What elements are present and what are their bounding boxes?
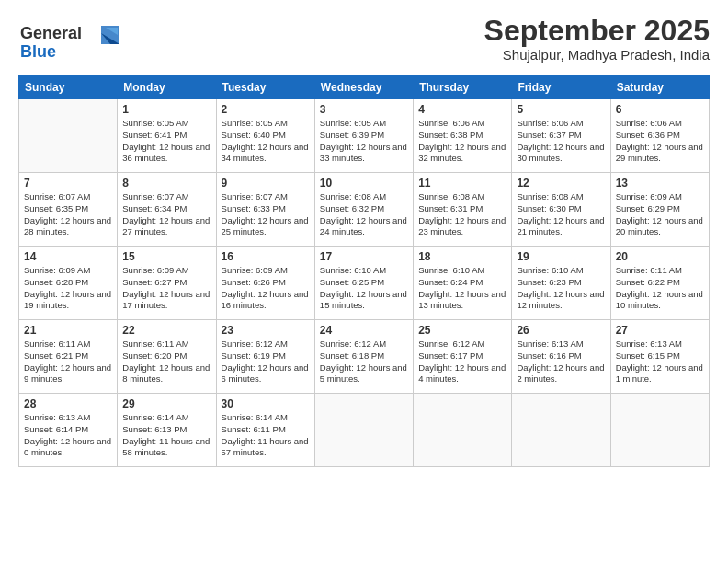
day-info: Sunrise: 6:05 AM Sunset: 6:41 PM Dayligh…	[122, 118, 210, 165]
header-sunday: Sunday	[19, 76, 118, 99]
title-block: September 2025 Shujalpur, Madhya Pradesh…	[484, 15, 710, 63]
table-row: 3Sunrise: 6:05 AM Sunset: 6:39 PM Daylig…	[314, 99, 413, 173]
day-number: 20	[616, 250, 704, 263]
header-thursday: Thursday	[414, 76, 512, 99]
day-number: 6	[616, 103, 704, 116]
table-row: 19Sunrise: 6:10 AM Sunset: 6:23 PM Dayli…	[512, 247, 610, 320]
table-row: 11Sunrise: 6:08 AM Sunset: 6:31 PM Dayli…	[414, 173, 512, 247]
day-info: Sunrise: 6:07 AM Sunset: 6:33 PM Dayligh…	[222, 191, 310, 238]
table-row: 23Sunrise: 6:12 AM Sunset: 6:19 PM Dayli…	[216, 320, 314, 394]
day-info: Sunrise: 6:09 AM Sunset: 6:26 PM Dayligh…	[222, 265, 310, 312]
table-row: 22Sunrise: 6:11 AM Sunset: 6:20 PM Dayli…	[118, 320, 216, 394]
day-number: 7	[24, 177, 112, 190]
table-row: 24Sunrise: 6:12 AM Sunset: 6:18 PM Dayli…	[314, 320, 413, 394]
calendar-week-4: 21Sunrise: 6:11 AM Sunset: 6:21 PM Dayli…	[19, 320, 710, 394]
table-row: 2Sunrise: 6:05 AM Sunset: 6:40 PM Daylig…	[216, 99, 314, 173]
header-wednesday: Wednesday	[314, 76, 413, 99]
header-friday: Friday	[512, 76, 610, 99]
day-info: Sunrise: 6:08 AM Sunset: 6:30 PM Dayligh…	[517, 191, 605, 238]
day-info: Sunrise: 6:09 AM Sunset: 6:29 PM Dayligh…	[616, 191, 704, 238]
day-number: 19	[517, 250, 605, 263]
table-row: 6Sunrise: 6:06 AM Sunset: 6:36 PM Daylig…	[610, 99, 709, 173]
day-info: Sunrise: 6:08 AM Sunset: 6:32 PM Dayligh…	[320, 191, 408, 238]
header: General Blue September 2025 Shujalpur, M…	[18, 15, 710, 66]
calendar-week-1: 1Sunrise: 6:05 AM Sunset: 6:41 PM Daylig…	[19, 99, 710, 173]
table-row: 15Sunrise: 6:09 AM Sunset: 6:27 PM Dayli…	[118, 247, 216, 320]
day-number: 16	[222, 250, 310, 263]
day-info: Sunrise: 6:13 AM Sunset: 6:15 PM Dayligh…	[616, 339, 704, 385]
table-row: 8Sunrise: 6:07 AM Sunset: 6:34 PM Daylig…	[118, 173, 216, 247]
table-row: 12Sunrise: 6:08 AM Sunset: 6:30 PM Dayli…	[512, 173, 610, 247]
table-row: 27Sunrise: 6:13 AM Sunset: 6:15 PM Dayli…	[610, 320, 709, 394]
day-number: 10	[320, 177, 408, 190]
day-number: 25	[418, 324, 506, 337]
day-info: Sunrise: 6:06 AM Sunset: 6:37 PM Dayligh…	[517, 118, 605, 165]
table-row: 14Sunrise: 6:09 AM Sunset: 6:28 PM Dayli…	[19, 247, 118, 320]
page: General Blue September 2025 Shujalpur, M…	[0, 0, 728, 563]
day-number: 18	[418, 250, 506, 263]
day-info: Sunrise: 6:07 AM Sunset: 6:34 PM Dayligh…	[122, 191, 210, 238]
day-number: 24	[320, 324, 408, 337]
day-number: 21	[24, 324, 112, 337]
month-title: September 2025	[484, 15, 710, 47]
day-info: Sunrise: 6:09 AM Sunset: 6:28 PM Dayligh…	[24, 265, 112, 312]
calendar-week-5: 28Sunrise: 6:13 AM Sunset: 6:14 PM Dayli…	[19, 394, 710, 467]
table-row: 20Sunrise: 6:11 AM Sunset: 6:22 PM Dayli…	[610, 247, 709, 320]
table-row: 4Sunrise: 6:06 AM Sunset: 6:38 PM Daylig…	[414, 99, 512, 173]
day-info: Sunrise: 6:13 AM Sunset: 6:16 PM Dayligh…	[517, 339, 605, 385]
day-number: 5	[517, 103, 605, 116]
day-number: 23	[222, 324, 310, 337]
table-row: 17Sunrise: 6:10 AM Sunset: 6:25 PM Dayli…	[314, 247, 413, 320]
day-number: 12	[517, 177, 605, 190]
day-number: 2	[222, 103, 310, 116]
day-number: 13	[616, 177, 704, 190]
day-number: 28	[24, 397, 112, 410]
table-row: 25Sunrise: 6:12 AM Sunset: 6:17 PM Dayli…	[414, 320, 512, 394]
day-number: 1	[122, 103, 210, 116]
table-row	[19, 99, 118, 173]
table-row: 7Sunrise: 6:07 AM Sunset: 6:35 PM Daylig…	[19, 173, 118, 247]
table-row	[314, 394, 413, 467]
day-info: Sunrise: 6:12 AM Sunset: 6:17 PM Dayligh…	[418, 339, 506, 385]
day-info: Sunrise: 6:14 AM Sunset: 6:13 PM Dayligh…	[122, 412, 210, 459]
day-number: 30	[222, 397, 310, 410]
table-row: 28Sunrise: 6:13 AM Sunset: 6:14 PM Dayli…	[19, 394, 118, 467]
day-info: Sunrise: 6:14 AM Sunset: 6:11 PM Dayligh…	[222, 412, 310, 459]
day-number: 14	[24, 250, 112, 263]
header-saturday: Saturday	[610, 76, 709, 99]
day-info: Sunrise: 6:10 AM Sunset: 6:25 PM Dayligh…	[320, 265, 408, 312]
table-row: 10Sunrise: 6:08 AM Sunset: 6:32 PM Dayli…	[314, 173, 413, 247]
day-info: Sunrise: 6:12 AM Sunset: 6:18 PM Dayligh…	[320, 339, 408, 385]
day-info: Sunrise: 6:06 AM Sunset: 6:36 PM Dayligh…	[616, 118, 704, 165]
calendar-week-3: 14Sunrise: 6:09 AM Sunset: 6:28 PM Dayli…	[19, 247, 710, 320]
day-number: 8	[122, 177, 210, 190]
logo-text: General Blue	[18, 18, 119, 66]
day-info: Sunrise: 6:05 AM Sunset: 6:40 PM Dayligh…	[222, 118, 310, 165]
table-row: 16Sunrise: 6:09 AM Sunset: 6:26 PM Dayli…	[216, 247, 314, 320]
day-info: Sunrise: 6:07 AM Sunset: 6:35 PM Dayligh…	[24, 191, 112, 238]
day-number: 15	[122, 250, 210, 263]
day-info: Sunrise: 6:11 AM Sunset: 6:22 PM Dayligh…	[616, 265, 704, 312]
table-row: 26Sunrise: 6:13 AM Sunset: 6:16 PM Dayli…	[512, 320, 610, 394]
day-info: Sunrise: 6:12 AM Sunset: 6:19 PM Dayligh…	[222, 339, 310, 385]
table-row	[610, 394, 709, 467]
header-monday: Monday	[118, 76, 216, 99]
table-row: 5Sunrise: 6:06 AM Sunset: 6:37 PM Daylig…	[512, 99, 610, 173]
table-row: 1Sunrise: 6:05 AM Sunset: 6:41 PM Daylig…	[118, 99, 216, 173]
table-row: 9Sunrise: 6:07 AM Sunset: 6:33 PM Daylig…	[216, 173, 314, 247]
table-row	[414, 394, 512, 467]
location: Shujalpur, Madhya Pradesh, India	[484, 47, 710, 63]
day-number: 22	[122, 324, 210, 337]
calendar-week-2: 7Sunrise: 6:07 AM Sunset: 6:35 PM Daylig…	[19, 173, 710, 247]
table-row: 21Sunrise: 6:11 AM Sunset: 6:21 PM Dayli…	[19, 320, 118, 394]
day-info: Sunrise: 6:10 AM Sunset: 6:23 PM Dayligh…	[517, 265, 605, 312]
calendar-header-row: Sunday Monday Tuesday Wednesday Thursday…	[19, 76, 710, 99]
header-tuesday: Tuesday	[216, 76, 314, 99]
day-number: 26	[517, 324, 605, 337]
day-info: Sunrise: 6:11 AM Sunset: 6:20 PM Dayligh…	[122, 339, 210, 385]
day-info: Sunrise: 6:08 AM Sunset: 6:31 PM Dayligh…	[418, 191, 506, 238]
svg-text:General: General	[20, 24, 82, 42]
day-number: 27	[616, 324, 704, 337]
day-info: Sunrise: 6:10 AM Sunset: 6:24 PM Dayligh…	[418, 265, 506, 312]
day-info: Sunrise: 6:09 AM Sunset: 6:27 PM Dayligh…	[122, 265, 210, 312]
